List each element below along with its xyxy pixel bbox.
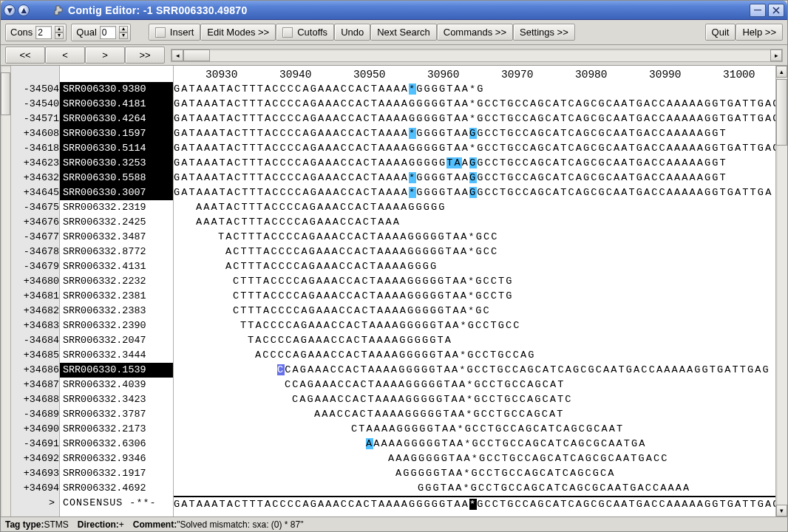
qual-input[interactable] [100, 26, 116, 39]
window-title: Contig Editor: -1 SRR006330.49870 [68, 4, 248, 16]
scroll-left-button[interactable]: < [45, 47, 85, 64]
read-name[interactable]: SRR006330.3253 [60, 156, 173, 171]
cutoffs-button[interactable]: Cutoffs [276, 24, 334, 41]
vscroll-thumb[interactable] [776, 79, 787, 146]
sequence-row[interactable]: AAATACTTTACCCCAGAAACCACTAAA [174, 215, 775, 230]
sequence-row[interactable]: GATAAATACTTTACCCCAGAAACCACTAAAA*GGGGTAAG… [174, 185, 775, 200]
scroll-far-left-button[interactable]: << [5, 47, 45, 64]
sequence-row[interactable]: AGGGGGTAA*GCCTGCCAGCATCAGCGCA [174, 466, 775, 481]
sequence-row[interactable]: ACTTTACCCCAGAAACCACTAAAAGGGGGTAA*GCC [174, 245, 775, 259]
sequence-row[interactable]: CAGAAACCACTAAAAGGGGGTAA*GCCTGCCAGCATC [174, 392, 775, 407]
qual-down[interactable]: ▾ [119, 33, 128, 39]
vscroll-down-icon[interactable]: ▾ [776, 505, 787, 516]
sequence-row[interactable]: CTTTACCCCAGAAACCACTAAAAGGGGGTAA*GC [174, 304, 775, 318]
read-name[interactable]: SRR006332.3487 [60, 230, 173, 245]
sequence-row[interactable]: AAAGGGGGTAA*GCCTGCCAGCATCAGCGCAATGACC [174, 451, 775, 466]
read-name[interactable]: SRR006332.2232 [60, 274, 173, 289]
cons-down[interactable]: ▾ [55, 33, 64, 39]
sequence-row[interactable]: CTAAAAGGGGGTAA*GCCTGCCAGCATCAGCGCAAT [174, 422, 775, 437]
read-name[interactable]: SRR006330.5114 [60, 141, 173, 156]
horizontal-scrollbar[interactable]: ◂ ▸ [171, 49, 783, 62]
hscroll-left-icon[interactable]: ◂ [171, 50, 183, 61]
sequence-row[interactable]: TACCCCAGAAACCACTAAAAGGGGGTA [174, 333, 775, 348]
sequence-row[interactable]: CTTTACCCCAGAAACCACTAAAAGGGGGTAA*GCCTG [174, 274, 775, 289]
sequence-row[interactable]: ACTTTACCCCAGAAACCACTAAAAGGGG [174, 259, 775, 274]
read-name[interactable]: SRR006330.1539 [60, 363, 173, 378]
read-name[interactable]: SRR006332.9346 [60, 451, 173, 466]
read-name[interactable]: SRR006332.3787 [60, 407, 173, 422]
sequence-row[interactable]: GATAAATACTTTACCCCAGAAACCACTAAAA*GGGGTAAG… [174, 171, 775, 185]
read-index: -34540 [11, 97, 59, 112]
scroll-right-button[interactable]: > [85, 47, 125, 64]
sequence-row[interactable]: GATAAATACTTTACCCCAGAAACCACTAAAAGGGGGTAAG… [174, 156, 775, 171]
sequence-row[interactable]: GATAAATACTTTACCCCAGAAACCACTAAAA*GGGGTAA*… [174, 82, 775, 97]
read-name[interactable]: SRR006332.2425 [60, 215, 173, 230]
sequence-row[interactable]: GATAAATACTTTACCCCAGAAACCACTAAAAGGGGGTAA*… [174, 112, 775, 126]
read-name[interactable]: SRR006332.2383 [60, 304, 173, 318]
insert-toggle[interactable] [155, 27, 166, 38]
sequence-column[interactable]: 3093030940309503096030970309803099031000… [174, 66, 775, 516]
settings-button[interactable]: Settings >> [513, 24, 575, 41]
read-name[interactable]: SRR006330.9380 [60, 82, 173, 97]
window-sticky-button[interactable]: ▴ [18, 4, 30, 16]
commands-button[interactable]: Commands >> [437, 24, 513, 41]
read-name[interactable]: SRR006332.2390 [60, 318, 173, 333]
sequence-row[interactable]: AAATACTTTACCCCAGAAACCACTAAAAGGGGG [174, 200, 775, 215]
sequence-row[interactable]: AAACCACTAAAAGGGGGTAA*GCCTGCCAGCAT [174, 407, 775, 422]
vscroll-up-icon[interactable]: ▴ [776, 66, 787, 78]
help-button[interactable]: Help >> [736, 24, 783, 41]
read-name[interactable]: SRR006330.3007 [60, 185, 173, 200]
read-name[interactable]: SRR006332.2047 [60, 333, 173, 348]
read-name[interactable]: SRR006332.8772 [60, 245, 173, 259]
insert-button[interactable]: Insert [149, 24, 201, 41]
name-scrollbar[interactable] [1, 66, 11, 516]
read-name[interactable]: SRR006330.4181 [60, 97, 173, 112]
sequence-row[interactable]: TACTTTACCCCAGAAACCACTAAAAGGGGGTAA*GCC [174, 230, 775, 245]
hscroll-thumb[interactable] [183, 50, 210, 61]
qual-spinner[interactable]: Qual ▴▾ [71, 24, 130, 41]
scroll-far-right-button[interactable]: >> [125, 47, 165, 64]
read-name[interactable]: SRR006332.1917 [60, 466, 173, 481]
read-name[interactable]: SRR006332.3444 [60, 348, 173, 363]
read-name[interactable]: SRR006332.4692 [60, 481, 173, 496]
cons-input[interactable] [35, 26, 52, 39]
sequence-row[interactable]: ACCCCAGAAACCACTAAAAGGGGGTAA*GCCTGCCAG [174, 348, 775, 363]
read-index: -34571 [11, 112, 59, 126]
read-name[interactable]: SRR006332.2319 [60, 200, 173, 215]
name-scroll-thumb[interactable] [1, 72, 10, 115]
sequence-row[interactable]: TTACCCCAGAAACCACTAAAAGGGGGTAA*GCCTGCC [174, 318, 775, 333]
read-name[interactable]: SRR006330.4264 [60, 112, 173, 126]
vertical-scrollbar[interactable]: ▴ ▾ [775, 66, 787, 516]
sequence-row[interactable]: CCAGAAACCACTAAAAGGGGGTAA*GCCTGCCAGCATCAG… [174, 363, 775, 378]
minimize-button[interactable]: — [750, 4, 766, 17]
read-name[interactable]: SRR006332.2173 [60, 422, 173, 437]
cutoffs-toggle[interactable] [282, 27, 293, 38]
read-name[interactable]: SRR006332.2381 [60, 289, 173, 304]
edit-modes-button[interactable]: Edit Modes >> [200, 24, 276, 41]
sequence-row[interactable]: AAAAAGGGGGTAA*GCCTGCCAGCATCAGCGCAATGA [174, 437, 775, 451]
read-index: +34608 [11, 126, 59, 141]
next-search-button[interactable]: Next Search [370, 24, 437, 41]
window-menu-button[interactable]: ▾ [4, 4, 16, 16]
sequence-row[interactable]: CTTTACCCCAGAAACCACTAAAAGGGGGTAA*GCCTG [174, 289, 775, 304]
read-name[interactable]: SRR006332.4131 [60, 259, 173, 274]
close-button[interactable] [768, 4, 784, 17]
sequence-row[interactable]: GATAAATACTTTACCCCAGAAACCACTAAAA*GGGGTAAG… [174, 126, 775, 141]
cons-spinner[interactable]: Cons ▴▾ [5, 24, 67, 41]
ruler-tick: 30970 [501, 67, 534, 82]
ruler-tick: 31000 [723, 67, 755, 82]
quit-button[interactable]: Quit [705, 24, 736, 41]
read-name[interactable]: SRR006330.1597 [60, 126, 173, 141]
sequence-row[interactable]: GGGTAA*GCCTGCCAGCATCAGCGCAATGACCAAAA [174, 481, 775, 496]
sequence-row[interactable]: GATAAATACTTTACCCCAGAAACCACTAAAAGGGGGTAA*… [174, 97, 775, 112]
sequence-row[interactable]: GATAAATACTTTACCCCAGAAACCACTAAAAGGGGGTAA*… [174, 141, 775, 156]
read-name[interactable]: SRR006332.3423 [60, 392, 173, 407]
read-name[interactable]: SRR006332.4039 [60, 378, 173, 392]
read-name[interactable]: SRR006330.5588 [60, 171, 173, 185]
hscroll-right-icon[interactable]: ▸ [770, 50, 782, 61]
direction-value: + [119, 519, 124, 530]
undo-button[interactable]: Undo [334, 24, 370, 41]
sequence-row[interactable]: CCAGAAACCACTAAAAGGGGGTAA*GCCTGCCAGCAT [174, 378, 775, 392]
consensus-sequence[interactable]: GATAAATACTTTACCCCAGAAACCACTAAAAGGGGGTAA*… [174, 496, 775, 511]
read-name[interactable]: SRR006332.6306 [60, 437, 173, 451]
